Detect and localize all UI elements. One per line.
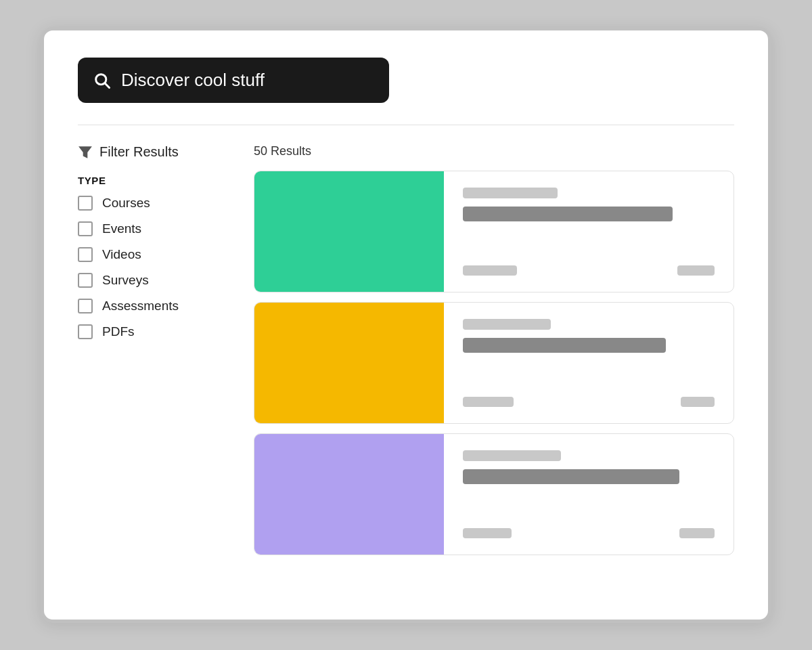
card-thumbnail-1 bbox=[254, 171, 444, 292]
result-card-3[interactable] bbox=[254, 433, 734, 555]
result-card-2[interactable] bbox=[254, 302, 734, 424]
divider bbox=[78, 125, 734, 125]
search-input[interactable] bbox=[121, 70, 374, 91]
filter-label-pdfs: PDFs bbox=[102, 324, 135, 339]
filter-item-pdfs[interactable]: PDFs bbox=[78, 324, 227, 339]
search-bar[interactable] bbox=[78, 58, 389, 103]
card-tag-3a bbox=[463, 528, 512, 538]
card-tag-1b bbox=[677, 265, 715, 276]
card-top-1 bbox=[463, 188, 715, 221]
filter-item-videos[interactable]: Videos bbox=[78, 247, 227, 262]
card-tag-3b bbox=[679, 528, 715, 538]
card-tag-2a bbox=[463, 397, 514, 407]
checkbox-events[interactable] bbox=[78, 221, 93, 236]
card-bottom-2 bbox=[463, 397, 715, 407]
card-top-2 bbox=[463, 319, 715, 353]
filter-label: Filter Results bbox=[99, 144, 179, 160]
checkbox-videos[interactable] bbox=[78, 247, 93, 262]
card-subtitle-2 bbox=[463, 319, 551, 330]
filter-header: Filter Results bbox=[78, 144, 227, 160]
results-count: 50 Results bbox=[254, 144, 734, 158]
filter-list: Courses Events Videos Surveys Assessment… bbox=[78, 196, 227, 339]
filter-item-assessments[interactable]: Assessments bbox=[78, 299, 227, 313]
card-title-3 bbox=[463, 469, 679, 484]
result-cards bbox=[254, 171, 734, 555]
results-area: 50 Results bbox=[254, 144, 734, 555]
result-card-1[interactable] bbox=[254, 171, 734, 292]
card-subtitle-3 bbox=[463, 450, 561, 461]
card-bottom-3 bbox=[463, 528, 715, 538]
card-info-3 bbox=[444, 434, 734, 555]
card-info-1 bbox=[444, 171, 734, 292]
checkbox-assessments[interactable] bbox=[78, 299, 93, 313]
filter-item-events[interactable]: Events bbox=[78, 221, 227, 236]
card-tag-2b bbox=[681, 397, 715, 407]
checkbox-surveys[interactable] bbox=[78, 273, 93, 288]
card-thumbnail-2 bbox=[254, 303, 444, 423]
search-icon bbox=[93, 71, 112, 90]
card-title-1 bbox=[463, 207, 673, 221]
card-top-3 bbox=[463, 450, 715, 484]
card-tag-1a bbox=[463, 265, 517, 276]
filter-label-assessments: Assessments bbox=[102, 299, 179, 313]
filter-item-surveys[interactable]: Surveys bbox=[78, 273, 227, 288]
filter-label-videos: Videos bbox=[102, 247, 141, 262]
filter-label-surveys: Surveys bbox=[102, 273, 149, 288]
filter-label-events: Events bbox=[102, 221, 141, 236]
content-area: Filter Results TYPE Courses Events Video… bbox=[78, 144, 734, 555]
sidebar: Filter Results TYPE Courses Events Video… bbox=[78, 144, 227, 339]
card-bottom-1 bbox=[463, 265, 715, 276]
card-thumbnail-3 bbox=[254, 434, 444, 555]
card-subtitle-1 bbox=[463, 188, 558, 198]
funnel-icon bbox=[78, 145, 93, 160]
filter-item-courses[interactable]: Courses bbox=[78, 196, 227, 211]
svg-line-1 bbox=[105, 83, 109, 87]
svg-marker-2 bbox=[78, 146, 92, 158]
checkbox-pdfs[interactable] bbox=[78, 324, 93, 339]
card-info-2 bbox=[444, 303, 734, 423]
card-title-2 bbox=[463, 338, 666, 353]
checkbox-courses[interactable] bbox=[78, 196, 93, 211]
filter-label-courses: Courses bbox=[102, 196, 150, 211]
type-label: TYPE bbox=[78, 175, 227, 186]
app-window: Filter Results TYPE Courses Events Video… bbox=[41, 27, 771, 623]
